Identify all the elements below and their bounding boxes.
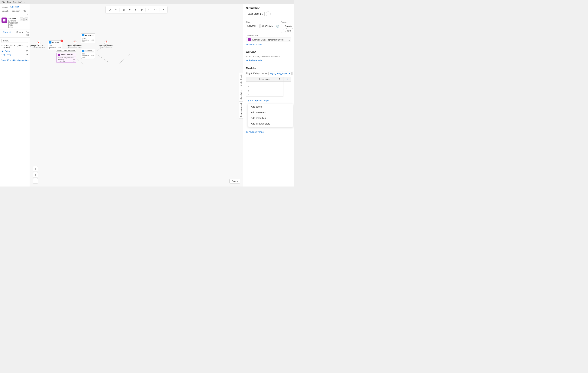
dfw-icon: 📍 — [73, 41, 77, 45]
time-scope-row: Time 🕐 Scope ▽ Objects on Graph ✕ — [246, 21, 291, 33]
section-add-btn[interactable]: + — [26, 45, 28, 48]
dropdown-add-measures[interactable]: Add measures — [248, 110, 293, 115]
advanced-options[interactable]: Advanced options — [246, 43, 291, 46]
dfw-sublabel: [Example Data] Airport — [68, 46, 82, 48]
filter-input[interactable] — [1, 39, 28, 43]
node-sel-arr: Arr Delay85 — [58, 59, 75, 61]
simulation-tab[interactable]: Simulation — [239, 88, 243, 101]
time-scope-section: Time 🕐 Scope ▽ Objects on Graph ✕ — [243, 19, 294, 48]
node-badge: 1 — [61, 40, 63, 42]
svg-rect-3 — [4, 20, 5, 21]
clock-icon: 🕐 — [276, 25, 279, 28]
dfw-label: [DFW] Dallas/Fort W... — [67, 45, 83, 46]
dropdown-add-series[interactable]: Add series — [248, 104, 293, 110]
date-input[interactable] — [246, 24, 260, 28]
undo-tool[interactable]: ↩ — [147, 7, 152, 12]
series-button[interactable]: Series — [229, 179, 240, 184]
model-config-tab[interactable]: Model Config — [239, 72, 243, 88]
current-value-label: Current value — [246, 34, 291, 37]
selected-actions: ⊙ ⊞ — [20, 18, 28, 21]
model-select-dropdown[interactable]: Flight_Delay_Impact ▾ — [268, 72, 292, 75]
top-bar: Flight Delay Template* ... — [0, 0, 294, 4]
add-scenario-btn[interactable]: ⊕ Add scenario — [246, 59, 291, 62]
close-circle-tool[interactable]: ⊗ — [139, 7, 144, 12]
add-case-study-btn[interactable]: + — [266, 11, 271, 16]
table-cell-2-init[interactable] — [253, 85, 276, 89]
selected-subtitle: [Example Data] Flight Delay Event — [8, 20, 18, 28]
map-zoom-out-btn[interactable]: − — [33, 178, 38, 184]
add-input-output-btn[interactable]: ⊕ Add input or output — [246, 98, 291, 103]
tool-separator-1 — [120, 8, 120, 11]
node-aa1064s-dep: Departure Time 1036 — [82, 39, 94, 42]
top-bar-dot: ... — [23, 1, 25, 3]
tag-tool[interactable]: ◈ — [133, 7, 138, 12]
cut-tool[interactable]: ✂ — [113, 7, 118, 12]
san-icon: 📍 — [104, 41, 108, 45]
link-tool[interactable]: ⊞ — [121, 7, 126, 12]
search-around-tab[interactable]: Search Around — [239, 101, 243, 118]
sub-tab-properties[interactable]: Properties — [1, 30, 15, 37]
grid-button[interactable]: ⊞ — [24, 18, 28, 21]
events-badge: 0 — [26, 34, 29, 36]
prop-label-dep-delay[interactable]: Dep Delay — [1, 53, 11, 56]
models-section: Models Flight_Delay_Impact Flight_Delay_… — [243, 64, 294, 129]
map-zoom-in-btn[interactable]: + — [33, 172, 38, 177]
model-version-label: 2.2 — [294, 72, 294, 75]
tab-info[interactable]: Info — [21, 9, 27, 13]
node-aa1064s-body: 1538 Departure Time 1036 — [81, 37, 95, 43]
node-aa1064-san-dfw[interactable]: AA1064 SAN->DFW 2018... 1538 Departure T… — [81, 33, 95, 43]
redo-tool[interactable]: ↪ — [153, 7, 158, 12]
case-study-select[interactable]: Case Study 1 ▾ — [246, 12, 265, 16]
node-selected-event[interactable]: AA1004 SFO->DFW 2018... [Example Data] F… — [57, 53, 76, 63]
dropdown-add-properties[interactable]: Add properties — [248, 115, 293, 121]
sub-tabs: Properties Series Events 0 — [0, 30, 30, 38]
sub-tab-series[interactable]: Series — [15, 30, 24, 37]
star-tool[interactable]: ✦ — [127, 7, 132, 12]
scope-label: Scope — [281, 21, 294, 23]
node-aa1064-dfw-san[interactable]: AA1064 DFW->SAN 2018... 0944 Departure T… — [81, 49, 95, 59]
table-cell-3-init[interactable] — [253, 89, 276, 93]
help-tool[interactable]: ? — [161, 7, 166, 12]
selected-item: AA1004 SFO->DFW 2018-06-09... [Example D… — [0, 16, 30, 30]
node-sfo[interactable]: 📍 [SFO] San Francisco ... [Example Data]… — [31, 41, 47, 48]
node-dfw[interactable]: 📍 [DFW] Dallas/Fort W... [Example Data] … — [67, 41, 83, 48]
scope-value: Objects on Graph — [285, 25, 292, 32]
time-input[interactable] — [260, 24, 275, 28]
node-sel-title: AA1004 SFO->DFW 2018... — [61, 54, 75, 56]
tab-selection[interactable]: Selection — [9, 5, 20, 9]
tab-search[interactable]: Search — [1, 9, 10, 13]
svg-line-9 — [119, 54, 129, 63]
node-san[interactable]: 📍 [SAN] San Diego In... [Example Data] A… — [99, 41, 114, 48]
table-row: 2 — [246, 85, 291, 89]
tab-histogram[interactable]: Histogram — [10, 9, 21, 13]
table-cell-4-init[interactable] — [253, 93, 276, 97]
svg-rect-1 — [4, 19, 5, 20]
eye-button[interactable]: ⊙ — [20, 18, 23, 21]
table-cell-3-a[interactable] — [276, 89, 284, 93]
node-sel-icon — [58, 54, 60, 56]
scope-clear-btn[interactable]: ✕ — [292, 27, 294, 30]
table-cell-1-init[interactable] — [253, 82, 276, 85]
node-aa1064d-title: AA1064 DFW->SAN 2018... — [85, 50, 94, 52]
map-fit-btn[interactable]: ⊹ — [33, 166, 38, 171]
dropdown-add-all-params[interactable]: Add all parameters — [248, 121, 293, 127]
model-version-select[interactable]: 2.2 ▾ — [292, 72, 294, 75]
node-aa1064s-icon — [82, 34, 84, 36]
graph-canvas: ⊙ ✂ ⊞ ✦ ◈ ⊗ ↩ ↪ ? — [30, 4, 243, 186]
table-cell-2-a[interactable] — [276, 85, 284, 89]
table-cell-4-a[interactable] — [276, 93, 284, 97]
show-more-properties[interactable]: Show 15 additional properties — [0, 58, 30, 62]
add-scenario-icon: ⊕ — [246, 59, 248, 62]
collapse-button[interactable]: « — [26, 13, 29, 16]
side-config-tabs: Model Config Simulation Search Around — [239, 72, 243, 118]
add-new-model-btn[interactable]: ⊕ Add new model — [243, 129, 294, 135]
tab-layers[interactable]: Layers — [1, 5, 9, 9]
target-tool[interactable]: ⊙ — [107, 7, 113, 12]
scope-tag: ▽ Objects on Graph — [283, 25, 292, 32]
table-add-col-btn[interactable]: + — [284, 77, 291, 82]
table-cell-1-a[interactable] — [276, 82, 284, 85]
right-panel: Simulation Case Study 1 ▾ + Time 🕐 — [243, 4, 294, 186]
scope-select[interactable]: ▽ Objects on Graph ✕ — [281, 24, 294, 33]
prop-label-arr-delay[interactable]: Arr Delay — [1, 50, 10, 52]
node-aa1004-time: 0732 — [49, 45, 61, 46]
